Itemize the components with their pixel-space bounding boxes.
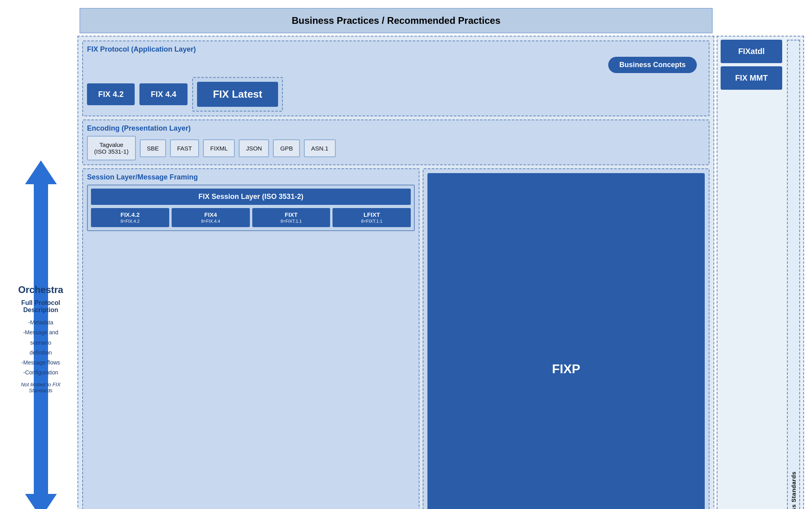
orchestra-details: -Metadata -Message and scenario definiti… xyxy=(21,318,60,378)
session-inner-header: FIX Session Layer (ISO 3531-2) xyxy=(91,189,411,205)
app-layer-row: FIX Protocol (Application Layer) Busines… xyxy=(82,40,710,116)
session-layer-right: FIXP Simple Open Framing Header Websocke… xyxy=(423,168,710,509)
session-title: Session Layer/Message Framing xyxy=(87,173,415,181)
encoding-sbe: SBE xyxy=(140,139,166,157)
fixp-box: FIXP xyxy=(427,173,705,509)
app-layer-title: FIX Protocol (Application Layer) xyxy=(87,45,705,54)
orchestra-text-overlay: Orchestra Full Protocol Description -Met… xyxy=(11,284,71,393)
fix-mmt-box: FIX MMT xyxy=(721,66,782,90)
fix44-box: FIX 4.4 xyxy=(139,83,187,105)
bottom-col-right: FIXP Simple Open Framing Header Websocke… xyxy=(423,168,710,509)
detail-1: -Metadata xyxy=(21,318,60,328)
encoding-fast: FAST xyxy=(170,139,199,157)
fixatdl-box: FIXatdl xyxy=(721,40,782,63)
session-fixt: FIXT 8=FIXT.1.1 xyxy=(252,208,331,227)
session-lfixt: LFIXT 8=FIXT.1.1 xyxy=(333,208,411,227)
fix-business-boxes: FIXatdl FIX MMT xyxy=(721,40,782,509)
session-lfixt-title: LFIXT xyxy=(335,211,408,218)
session-inner-box: FIX Session Layer (ISO 3531-2) FIX.4.2 8… xyxy=(87,185,415,231)
encoding-asn1: ASN.1 xyxy=(304,139,335,157)
page-wrapper: Business Practices / Recommended Practic… xyxy=(0,0,812,509)
encoding-gpb: GPB xyxy=(273,139,300,157)
session-lfixt-sub: 8=FIXT.1.1 xyxy=(361,219,383,224)
detail-4: definition xyxy=(21,348,60,358)
bottom-row: Session Layer/Message Framing FIX Sessio… xyxy=(82,168,710,509)
detail-5: -Message flows xyxy=(21,358,60,368)
fix-business-standards-area: FIXatdl FIX MMT FIX Business Standards xyxy=(717,36,804,509)
orchestra-title: Orchestra xyxy=(18,284,63,295)
session-fixt-sub: 8=FIXT.1.1 xyxy=(280,219,302,224)
left-arrow-column: Orchestra Full Protocol Description -Met… xyxy=(4,36,77,509)
encoding-fixml: FIXML xyxy=(203,139,235,157)
session-fix42-sub: 8=FIX.4.2 xyxy=(120,219,139,224)
session-fix4-sub: 8=FIX.4.4 xyxy=(201,219,220,224)
detail-3: scenario xyxy=(21,338,60,348)
encoding-tagvalue: Tagvalue (ISO 3531-1) xyxy=(87,136,136,160)
business-concepts-badge: Business Concepts xyxy=(608,57,697,73)
session-fix4: FIX4 8=FIX.4.4 xyxy=(172,208,250,227)
fix-latest-container: FIX Latest xyxy=(192,77,283,112)
fix-business-label-container: FIX Business Standards xyxy=(785,40,800,509)
session-layer-left: Session Layer/Message Framing FIX Sessio… xyxy=(82,168,420,509)
encoding-title: Encoding (Presentation Layer) xyxy=(87,124,705,133)
fix-latest-box: FIX Latest xyxy=(197,82,278,107)
app-layer-box: FIX Protocol (Application Layer) Busines… xyxy=(82,40,710,116)
fix-business-label: FIX Business Standards xyxy=(787,40,800,509)
session-fix42-title: FIX.4.2 xyxy=(93,211,167,218)
encoding-row: Encoding (Presentation Layer) Tagvalue (… xyxy=(82,120,710,165)
encoding-boxes: Tagvalue (ISO 3531-1) SBE FAST FIXML JSO… xyxy=(87,136,705,160)
app-boxes: Business Concepts FIX 4.2 FIX 4.4 FIX La… xyxy=(87,57,705,112)
session-fixt-title: FIXT xyxy=(255,211,328,218)
orchestra-note: Not limited to FIX Standards xyxy=(11,382,71,393)
encoding-json: JSON xyxy=(239,139,269,157)
session-fix42: FIX.4.2 8=FIX.4.2 xyxy=(91,208,169,227)
banner-text: Business Practices / Recommended Practic… xyxy=(292,15,501,26)
session-fix4-title: FIX4 xyxy=(174,211,247,218)
banner: Business Practices / Recommended Practic… xyxy=(79,8,713,33)
session-sub-boxes: FIX.4.2 8=FIX.4.2 FIX4 8=FIX.4.4 FIXT 8=… xyxy=(91,208,411,227)
fix42-box: FIX 4.2 xyxy=(87,83,135,105)
orchestra-subtitle: Full Protocol Description xyxy=(11,299,71,314)
detail-6: -Configuration xyxy=(21,368,60,378)
bottom-col-left: Session Layer/Message Framing FIX Sessio… xyxy=(82,168,420,509)
body-row: Orchestra Full Protocol Description -Met… xyxy=(4,36,804,509)
detail-2: -Message and xyxy=(21,328,60,337)
main-diagram: FIX Protocol (Application Layer) Busines… xyxy=(77,36,714,509)
right-standards-column: FIXatdl FIX MMT FIX Business Standards (… xyxy=(717,36,804,509)
